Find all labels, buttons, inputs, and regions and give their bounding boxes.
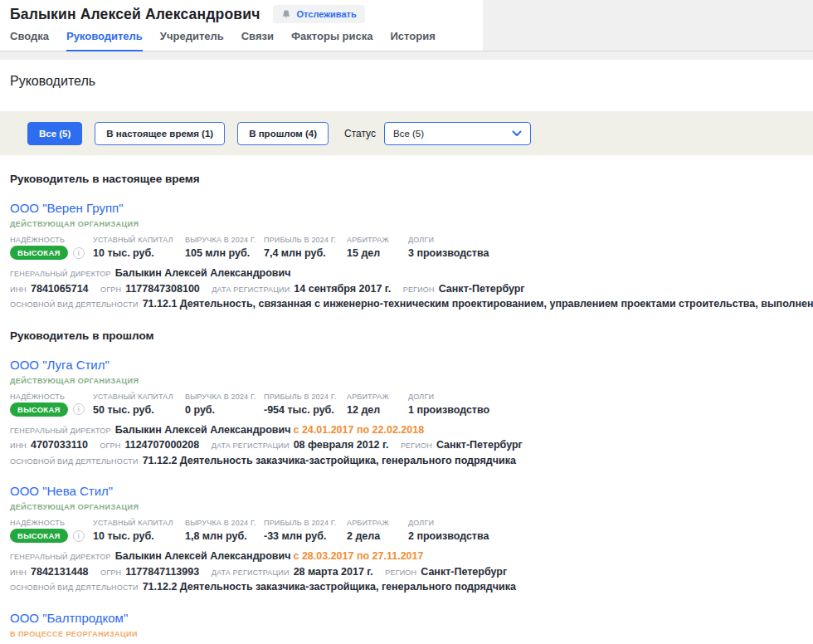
stat-value-arbitration: 12 дел — [347, 404, 402, 416]
stat-label-reliability: НАДЁЖНОСТЬ — [10, 519, 86, 527]
filter-past-button[interactable]: В прошлом (4) — [237, 122, 329, 145]
stat-label-revenue: ВЫРУЧКА В 2024 Г. — [185, 236, 257, 244]
director-period: с 24.01.2017 по 22.02.2018 — [293, 424, 424, 436]
activity-value: 71.12.2 Деятельность заказчика-застройщи… — [143, 455, 516, 466]
director-label: ГЕНЕРАЛЬНЫЙ ДИРЕКТОР — [10, 427, 111, 435]
tab-faktory-riska[interactable]: Факторы риска — [291, 30, 373, 51]
ogrn-value: 1124707000208 — [124, 439, 199, 451]
inn-value: 7841065714 — [31, 283, 89, 295]
inn-value: 7842131448 — [31, 566, 89, 578]
director-name: Балыкин Алексей Александрович — [115, 424, 291, 436]
company-status: В ПРОЦЕССЕ РЕОРГАНИЗАЦИИ — [10, 630, 813, 638]
stat-label-profit: ПРИБЫЛЬ В 2024 Г. — [264, 236, 340, 244]
stat-label-arbitration: АРБИТРАЖ — [347, 236, 402, 244]
stat-label-profit: ПРИБЫЛЬ В 2024 Г. — [264, 519, 340, 527]
stat-label-capital: УСТАВНЫЙ КАПИТАЛ — [93, 393, 178, 401]
ogrn-label: ОГРН — [100, 568, 121, 577]
activity-row: ОСНОВНОЙ ВИД ДЕЯТЕЛЬНОСТИ71.12.2 Деятель… — [10, 581, 813, 595]
filter-current-button[interactable]: В настоящее время (1) — [95, 122, 225, 145]
registry-row: ИНН4707033110 ОГРН1124707000208 ДАТА РЕГ… — [10, 439, 813, 453]
follow-button[interactable]: Отслеживать — [273, 5, 364, 23]
inn-label: ИНН — [10, 285, 27, 294]
stat-value-capital: 50 тыс. руб. — [93, 404, 178, 416]
region-label: РЕГИОН — [401, 442, 432, 450]
region-value: Санкт-Петербург — [436, 439, 523, 451]
info-icon[interactable]: i — [73, 403, 85, 415]
activity-row: ОСНОВНОЙ ВИД ДЕЯТЕЛЬНОСТИ71.12.2 Деятель… — [10, 455, 813, 469]
director-name: Балыкин Алексей Александрович — [115, 267, 291, 279]
reg-date-label: ДАТА РЕГИСТРАЦИИ — [212, 285, 290, 294]
stat-value-profit: -954 тыс. руб. — [264, 404, 340, 416]
activity-value: 71.12.1 Деятельность, связанная с инжене… — [143, 298, 813, 310]
company-name-link[interactable]: ООО "Верен Групп" — [10, 201, 124, 215]
company-card-luga-stil: ООО "Луга Стил" ДЕЙСТВУЮЩАЯ ОРГАНИЗАЦИЯ … — [10, 358, 813, 469]
bell-icon — [281, 9, 291, 19]
stat-label-profit: ПРИБЫЛЬ В 2024 Г. — [264, 393, 340, 401]
reliability-badge: ВЫСОКАЯ — [10, 246, 68, 260]
reg-date-value: 14 сентября 2017 г. — [294, 283, 391, 295]
tab-svyazi[interactable]: Связи — [241, 30, 274, 51]
stats-row: НАДЁЖНОСТЬ ВЫСОКАЯ i УСТАВНЫЙ КАПИТАЛ10 … — [10, 519, 813, 543]
stat-value-capital: 10 тыс. руб. — [93, 247, 178, 259]
region-label: РЕГИОН — [385, 568, 416, 577]
filter-all-button[interactable]: Все (5) — [27, 122, 82, 145]
reg-date-value: 08 февраля 2012 г. — [294, 439, 389, 451]
stat-label-reliability: НАДЁЖНОСТЬ — [10, 236, 86, 244]
stat-value-revenue: 105 млн руб. — [185, 247, 257, 259]
tab-rukovoditel[interactable]: Руководитель — [66, 30, 143, 51]
company-name-link[interactable]: ООО "Нева Стил" — [10, 484, 113, 498]
stat-value-debts: 2 производства — [408, 530, 489, 542]
section-current-roles: Руководитель в настоящее время ООО "Вере… — [0, 173, 813, 312]
stat-value-debts: 3 производства — [408, 247, 489, 259]
company-name-link[interactable]: ООО "Балтпродком" — [10, 611, 128, 625]
filter-bar: Все (5) В настоящее время (1) В прошлом … — [0, 111, 813, 155]
stat-label-capital: УСТАВНЫЙ КАПИТАЛ — [93, 236, 178, 244]
director-row: ГЕНЕРАЛЬНЫЙ ДИРЕКТОРБалыкин Алексей Алек… — [10, 550, 813, 564]
section-title-past: Руководитель в прошлом — [10, 329, 803, 342]
company-status: ДЕЙСТВУЮЩАЯ ОРГАНИЗАЦИЯ — [10, 503, 813, 511]
person-name: Балыкин Алексей Александрович — [10, 6, 260, 23]
director-row: ГЕНЕРАЛЬНЫЙ ДИРЕКТОРБалыкин Алексей Алек… — [10, 424, 813, 438]
activity-label: ОСНОВНОЙ ВИД ДЕЯТЕЛЬНОСТИ — [10, 583, 139, 592]
info-icon[interactable]: i — [73, 530, 85, 542]
ogrn-value: 1177847308100 — [125, 283, 200, 295]
company-name-link[interactable]: ООО "Луга Стил" — [10, 358, 110, 372]
registry-row: ИНН7841065714 ОГРН1177847308100 ДАТА РЕГ… — [10, 283, 813, 297]
stat-value-profit: -33 млн руб. — [264, 530, 340, 542]
follow-button-label: Отслеживать — [296, 9, 356, 19]
registry-row: ИНН7842131448 ОГРН1177847113993 ДАТА РЕГ… — [10, 566, 813, 580]
stat-value-profit: 7,4 млн руб. — [264, 247, 340, 259]
reg-date-label: ДАТА РЕГИСТРАЦИИ — [212, 568, 290, 577]
tab-istoriya[interactable]: История — [391, 30, 436, 51]
tab-uchreditel[interactable]: Учредитель — [160, 30, 224, 51]
stat-label-debts: ДОЛГИ — [408, 236, 489, 244]
stat-label-capital: УСТАВНЫЙ КАПИТАЛ — [93, 519, 178, 527]
ogrn-value: 1177847113993 — [125, 566, 199, 578]
region-label: РЕГИОН — [403, 285, 435, 294]
main-content: Руководитель Все (5) В настоящее время (… — [0, 74, 813, 644]
inn-value: 4707033110 — [31, 439, 88, 451]
section-past-roles: Руководитель в прошлом ООО "Луга Стил" Д… — [0, 329, 813, 644]
stat-value-arbitration: 2 дела — [347, 530, 402, 542]
activity-label: ОСНОВНОЙ ВИД ДЕЯТЕЛЬНОСТИ — [10, 300, 139, 309]
reg-date-label: ДАТА РЕГИСТРАЦИИ — [212, 442, 290, 450]
status-select[interactable]: Все (5) — [384, 122, 531, 145]
page-title: Руководитель — [10, 74, 803, 89]
status-select-value: Все (5) — [393, 129, 424, 139]
activity-value: 71.12.2 Деятельность заказчика-застройщи… — [143, 581, 516, 593]
stat-label-arbitration: АРБИТРАЖ — [347, 393, 402, 401]
stats-row: НАДЁЖНОСТЬ ВЫСОКАЯ i УСТАВНЫЙ КАПИТАЛ50 … — [10, 393, 813, 417]
stat-label-debts: ДОЛГИ — [408, 519, 489, 527]
activity-row: ОСНОВНОЙ ВИД ДЕЯТЕЛЬНОСТИ71.12.1 Деятель… — [10, 298, 813, 312]
reg-date-value: 28 марта 2017 г. — [294, 566, 373, 578]
company-card-veren-grupp: ООО "Верен Групп" ДЕЙСТВУЮЩАЯ ОРГАНИЗАЦИ… — [10, 201, 813, 312]
tab-svodka[interactable]: Сводка — [10, 30, 49, 51]
info-icon[interactable]: i — [73, 247, 85, 259]
director-period: с 28.03.2017 по 27.11.2017 — [293, 550, 423, 562]
inn-label: ИНН — [10, 568, 27, 577]
stat-label-revenue: ВЫРУЧКА В 2024 Г. — [185, 519, 257, 527]
activity-label: ОСНОВНОЙ ВИД ДЕЯТЕЛЬНОСТИ — [10, 457, 139, 466]
stats-row: НАДЁЖНОСТЬ ВЫСОКАЯ i УСТАВНЫЙ КАПИТАЛ10 … — [10, 236, 813, 260]
status-filter-label: Статус — [344, 128, 376, 139]
company-status: ДЕЙСТВУЮЩАЯ ОРГАНИЗАЦИЯ — [10, 220, 813, 228]
